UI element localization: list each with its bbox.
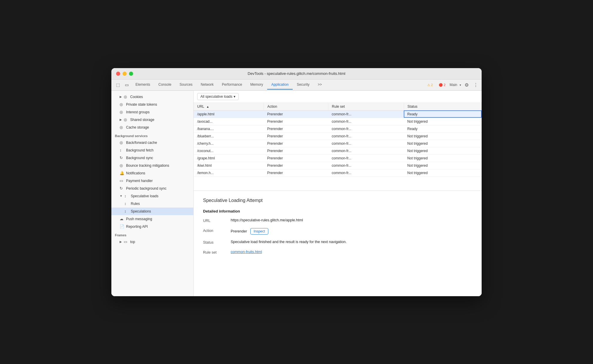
cell-status-8: Not triggered bbox=[404, 169, 482, 176]
detail-url-value: https://speculative-rules.glitch.me/appl… bbox=[231, 218, 472, 222]
sidebar-item-top-frame[interactable]: ▶ ▭ top bbox=[111, 238, 193, 246]
expand-icon: ▶ bbox=[120, 118, 122, 121]
cell-rule_set-3: common-fr... bbox=[328, 132, 404, 140]
cookies-icon: ◎ bbox=[124, 95, 128, 99]
sidebar-item-back-forward-cache[interactable]: ◎ Back/forward cache bbox=[111, 139, 193, 146]
table-row[interactable]: /grape.htmlPrerendercommon-fr...Not trig… bbox=[194, 154, 482, 162]
cell-rule_set-7: common-fr... bbox=[328, 162, 404, 169]
cell-action-4: Prerender bbox=[264, 140, 328, 147]
sidebar-item-rules[interactable]: ↕ Rules bbox=[111, 200, 193, 208]
toolbar-right: ⚠ 2 🔴 2 Main ▾ ⚙ ⋮ bbox=[426, 81, 479, 89]
context-dropdown-icon[interactable]: ▾ bbox=[460, 83, 461, 87]
cell-url-0: /apple.html bbox=[194, 110, 264, 118]
filter-dropdown[interactable]: All speculative loads ▾ bbox=[197, 93, 239, 100]
sidebar-item-private-state-tokens[interactable]: ◎ Private state tokens bbox=[111, 101, 193, 108]
sidebar-item-speculations[interactable]: ↕ Speculations bbox=[111, 208, 193, 215]
tab-application[interactable]: Application bbox=[267, 80, 293, 90]
detail-title: Speculative Loading Attempt bbox=[203, 198, 472, 203]
table-row[interactable]: /blueberr...Prerendercommon-fr...Not tri… bbox=[194, 132, 482, 140]
inspect-button[interactable]: Inspect bbox=[250, 228, 268, 235]
cache-storage-icon: ◎ bbox=[120, 125, 124, 129]
table-row[interactable]: /lemon.h...Prerendercommon-fr...Not trig… bbox=[194, 169, 482, 176]
detail-row-url: URL https://speculative-rules.glitch.me/… bbox=[203, 218, 472, 223]
sidebar-item-push-messaging[interactable]: ☁ Push messaging bbox=[111, 215, 193, 223]
titlebar: DevTools - speculative-rules.glitch.me/c… bbox=[111, 68, 482, 80]
col-url[interactable]: URL ▲ bbox=[194, 103, 264, 111]
detail-rule-set-label: Rule set bbox=[203, 250, 224, 255]
sidebar-item-cookies[interactable]: ▶ ◎ Cookies bbox=[111, 93, 193, 101]
traffic-lights bbox=[116, 72, 133, 76]
sidebar-item-shared-storage[interactable]: ▶ ◎ Shared storage bbox=[111, 116, 193, 124]
more-options-icon[interactable]: ⋮ bbox=[472, 81, 479, 89]
speculative-loads-icon: ↕ bbox=[124, 194, 129, 198]
toolbar-tabs: Elements Console Sources Network Perform… bbox=[131, 80, 425, 90]
sidebar-label-speculative-loads: Speculative loads bbox=[131, 194, 158, 198]
cell-action-8: Prerender bbox=[264, 169, 328, 176]
sidebar-label-interest-groups: Interest groups bbox=[126, 110, 150, 114]
sidebar-item-reporting-api[interactable]: 📄 Reporting API bbox=[111, 223, 193, 230]
col-rule-set[interactable]: Rule set bbox=[328, 103, 404, 111]
table-row[interactable]: /kiwi.htmlPrerendercommon-fr...Not trigg… bbox=[194, 162, 482, 169]
speculative-loads-table-container: URL ▲ Action Rule set Status /apple.html… bbox=[194, 103, 482, 191]
sidebar: ▶ ◎ Cookies ◎ Private state tokens ◎ Int… bbox=[111, 91, 194, 296]
tab-memory[interactable]: Memory bbox=[246, 80, 267, 90]
tab-more[interactable]: >> bbox=[314, 80, 326, 90]
detail-action-value: Prerender Inspect bbox=[231, 228, 472, 235]
main-context-label[interactable]: Main bbox=[450, 83, 457, 87]
cell-url-7: /kiwi.html bbox=[194, 162, 264, 169]
sidebar-item-interest-groups[interactable]: ◎ Interest groups bbox=[111, 108, 193, 116]
rules-icon: ↕ bbox=[124, 201, 129, 206]
cell-url-5: /coconut... bbox=[194, 147, 264, 154]
table-row[interactable]: /banana....Prerendercommon-fr...Ready bbox=[194, 125, 482, 132]
shared-storage-icon: ◎ bbox=[124, 117, 128, 122]
table-row[interactable]: /avocad...Prerendercommon-fr...Not trigg… bbox=[194, 118, 482, 125]
tab-elements[interactable]: Elements bbox=[131, 80, 154, 90]
expand-icon: ▼ bbox=[120, 194, 123, 198]
table-row[interactable]: /apple.htmlPrerendercommon-fr...Ready bbox=[194, 110, 482, 118]
tab-security[interactable]: Security bbox=[293, 80, 314, 90]
content-panel: All speculative loads ▾ URL ▲ Action Rul… bbox=[194, 91, 482, 296]
select-tool-icon[interactable]: ⬚ bbox=[114, 81, 122, 89]
col-action[interactable]: Action bbox=[264, 103, 328, 111]
cell-rule_set-5: common-fr... bbox=[328, 147, 404, 154]
detail-row-action: Action Prerender Inspect bbox=[203, 228, 472, 235]
tab-sources[interactable]: Sources bbox=[175, 80, 197, 90]
sidebar-item-notifications[interactable]: 🔔 Notifications bbox=[111, 169, 193, 177]
sidebar-item-payment-handler[interactable]: ▭ Payment handler bbox=[111, 177, 193, 185]
sidebar-label-notifications: Notifications bbox=[126, 171, 145, 175]
col-status[interactable]: Status bbox=[404, 103, 482, 111]
maximize-button[interactable] bbox=[129, 72, 133, 76]
periodic-background-sync-icon: ↻ bbox=[120, 186, 124, 191]
sidebar-item-speculative-loads[interactable]: ▼ ↕ Speculative loads bbox=[111, 192, 193, 200]
cell-action-2: Prerender bbox=[264, 125, 328, 132]
tab-console[interactable]: Console bbox=[154, 80, 175, 90]
warning-badge: ⚠ 2 bbox=[426, 82, 435, 87]
sidebar-item-background-sync[interactable]: ↻ Background sync bbox=[111, 154, 193, 162]
sidebar-label-payment-handler: Payment handler bbox=[126, 179, 153, 183]
detail-action-label: Action bbox=[203, 228, 224, 233]
detail-rule-set-value[interactable]: common-fruits.html bbox=[231, 250, 472, 254]
sidebar-item-background-fetch[interactable]: ↕ Background fetch bbox=[111, 146, 193, 154]
error-badge: 🔴 2 bbox=[437, 82, 447, 87]
detail-row-rule-set: Rule set common-fruits.html bbox=[203, 250, 472, 255]
close-button[interactable] bbox=[116, 72, 120, 76]
sidebar-label-push-messaging: Push messaging bbox=[126, 217, 152, 221]
table-body: /apple.htmlPrerendercommon-fr...Ready/av… bbox=[194, 110, 482, 176]
detail-status-value: Speculative load finished and the result… bbox=[231, 240, 472, 244]
cell-action-6: Prerender bbox=[264, 154, 328, 162]
table-row[interactable]: /cherry.h...Prerendercommon-fr...Not tri… bbox=[194, 140, 482, 147]
expand-icon: ▶ bbox=[120, 95, 122, 98]
main-content: ▶ ◎ Cookies ◎ Private state tokens ◎ Int… bbox=[111, 91, 482, 296]
device-toggle-icon[interactable]: ▭ bbox=[123, 81, 131, 89]
settings-icon[interactable]: ⚙ bbox=[463, 81, 470, 89]
cell-rule_set-8: common-fr... bbox=[328, 169, 404, 176]
minimize-button[interactable] bbox=[123, 72, 127, 76]
sidebar-item-cache-storage[interactable]: ◎ Cache storage bbox=[111, 124, 193, 131]
cell-url-6: /grape.html bbox=[194, 154, 264, 162]
tab-performance[interactable]: Performance bbox=[218, 80, 246, 90]
table-row[interactable]: /coconut...Prerendercommon-fr...Not trig… bbox=[194, 147, 482, 154]
sidebar-item-bounce-tracking[interactable]: ◎ Bounce tracking mitigations bbox=[111, 162, 193, 169]
cell-status-2: Ready bbox=[404, 125, 482, 132]
tab-network[interactable]: Network bbox=[197, 80, 218, 90]
sidebar-item-periodic-background-sync[interactable]: ↻ Periodic background sync bbox=[111, 185, 193, 192]
